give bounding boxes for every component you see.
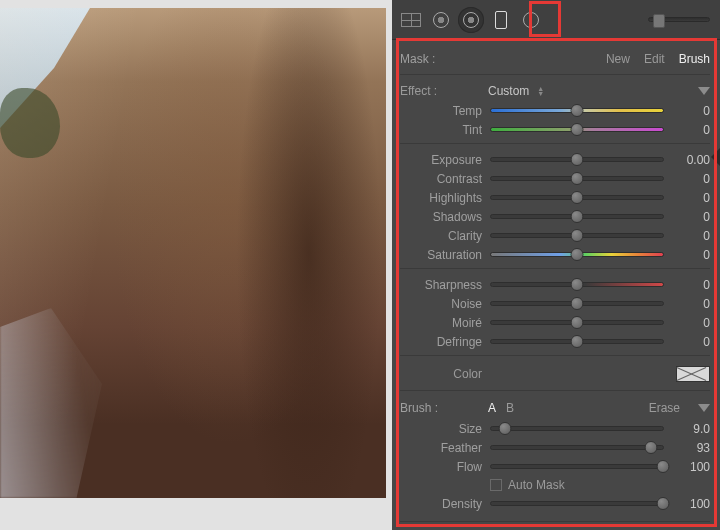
slider-track[interactable] <box>490 320 664 325</box>
slider-saturation: Saturation0 <box>400 245 710 264</box>
redeye-tool[interactable] <box>458 7 484 33</box>
slider-knob[interactable] <box>571 316 584 329</box>
slider-track[interactable] <box>490 501 664 506</box>
slider-track[interactable] <box>490 157 664 162</box>
slider-knob[interactable] <box>571 278 584 291</box>
gradient-tool[interactable] <box>488 7 514 33</box>
slider-value[interactable]: 100 <box>672 460 710 474</box>
slider-value[interactable]: 0 <box>672 172 710 186</box>
slider-value[interactable]: 0.00 <box>672 153 710 167</box>
slider-exposure: Exposure0.00 <box>400 150 710 169</box>
slider-track[interactable] <box>490 301 664 306</box>
brush-disclosure[interactable] <box>698 404 710 412</box>
brush-b[interactable]: B <box>506 401 514 415</box>
slider-track[interactable] <box>490 464 664 469</box>
slider-contrast: Contrast0 <box>400 169 710 188</box>
tool-strip <box>392 0 720 40</box>
slider-value[interactable]: 0 <box>672 229 710 243</box>
slider-knob[interactable] <box>571 229 584 242</box>
toolbar-slider[interactable] <box>648 17 710 22</box>
automask-checkbox[interactable] <box>490 479 502 491</box>
image-preview[interactable] <box>0 8 386 498</box>
slider-label: Defringe <box>400 335 482 349</box>
effect-preset[interactable]: Custom <box>488 84 529 98</box>
slider-track[interactable] <box>490 176 664 181</box>
slider-track[interactable] <box>490 426 664 431</box>
slider-label: Highlights <box>400 191 482 205</box>
slider-value[interactable]: 0 <box>672 123 710 137</box>
slider-label: Density <box>400 497 482 511</box>
slider-knob[interactable] <box>571 248 584 261</box>
slider-knob[interactable] <box>571 297 584 310</box>
slider-value[interactable]: 0 <box>672 335 710 349</box>
slider-noise: Noise0 <box>400 294 710 313</box>
slider-track[interactable] <box>490 339 664 344</box>
effect-disclosure[interactable] <box>698 87 710 95</box>
slider-label: Flow <box>400 460 482 474</box>
slider-knob[interactable] <box>571 172 584 185</box>
radial-tool[interactable] <box>518 7 544 33</box>
slider-value[interactable]: 0 <box>672 104 710 118</box>
slider-track[interactable] <box>490 108 664 113</box>
effect-label: Effect : <box>400 84 482 98</box>
slider-value[interactable]: 0 <box>672 191 710 205</box>
slider-knob[interactable] <box>571 123 584 136</box>
slider-label: Tint <box>400 123 482 137</box>
slider-knob[interactable] <box>657 497 670 510</box>
slider-value[interactable]: 0 <box>672 297 710 311</box>
updown-icon[interactable]: ▲▼ <box>537 86 545 96</box>
mask-label: Mask : <box>400 52 482 66</box>
crop-tool[interactable] <box>398 7 424 33</box>
slider-feather: Feather93 <box>400 438 710 457</box>
automask-row[interactable]: Auto Mask <box>400 476 710 494</box>
slider-label: Shadows <box>400 210 482 224</box>
color-swatch[interactable] <box>676 366 710 382</box>
slider-label: Sharpness <box>400 278 482 292</box>
slider-label: Clarity <box>400 229 482 243</box>
slider-knob[interactable] <box>644 441 657 454</box>
mask-new[interactable]: New <box>606 52 630 66</box>
slider-track[interactable] <box>490 214 664 219</box>
slider-track[interactable] <box>490 233 664 238</box>
slider-track[interactable] <box>490 195 664 200</box>
develop-right-panel: Mask : New Edit Brush Effect : Custom ▲▼ <box>392 0 720 530</box>
slider-label: Noise <box>400 297 482 311</box>
slider-knob[interactable] <box>498 422 511 435</box>
mask-edit[interactable]: Edit <box>644 52 665 66</box>
slider-size: Size9.0 <box>400 419 710 438</box>
panel-collapse-icon[interactable] <box>711 148 720 166</box>
slider-knob[interactable] <box>571 153 584 166</box>
brush-a[interactable]: A <box>488 401 496 415</box>
slider-label: Size <box>400 422 482 436</box>
slider-label: Feather <box>400 441 482 455</box>
slider-knob[interactable] <box>657 460 670 473</box>
slider-track[interactable] <box>490 252 664 257</box>
slider-tint: Tint0 <box>400 120 710 139</box>
slider-value[interactable]: 9.0 <box>672 422 710 436</box>
slider-value[interactable]: 0 <box>672 210 710 224</box>
slider-knob[interactable] <box>571 191 584 204</box>
slider-track[interactable] <box>490 282 664 287</box>
slider-value[interactable]: 0 <box>672 248 710 262</box>
slider-value[interactable]: 0 <box>672 278 710 292</box>
mask-brush[interactable]: Brush <box>679 52 710 66</box>
slider-value[interactable]: 100 <box>672 497 710 511</box>
slider-moiré: Moiré0 <box>400 313 710 332</box>
slider-knob[interactable] <box>571 104 584 117</box>
spot-icon <box>433 12 449 28</box>
spot-tool[interactable] <box>428 7 454 33</box>
brush-label: Brush : <box>400 401 482 415</box>
slider-value[interactable]: 0 <box>672 316 710 330</box>
slider-knob[interactable] <box>571 335 584 348</box>
color-label: Color <box>400 367 482 381</box>
slider-track[interactable] <box>490 127 664 132</box>
slider-knob[interactable] <box>571 210 584 223</box>
slider-label: Moiré <box>400 316 482 330</box>
brush-erase[interactable]: Erase <box>649 401 680 415</box>
slider-label: Contrast <box>400 172 482 186</box>
brush-header: Brush : A B Erase <box>400 397 710 419</box>
slider-density: Density100 <box>400 494 710 513</box>
slider-value[interactable]: 93 <box>672 441 710 455</box>
redeye-icon <box>463 12 479 28</box>
slider-track[interactable] <box>490 445 664 450</box>
